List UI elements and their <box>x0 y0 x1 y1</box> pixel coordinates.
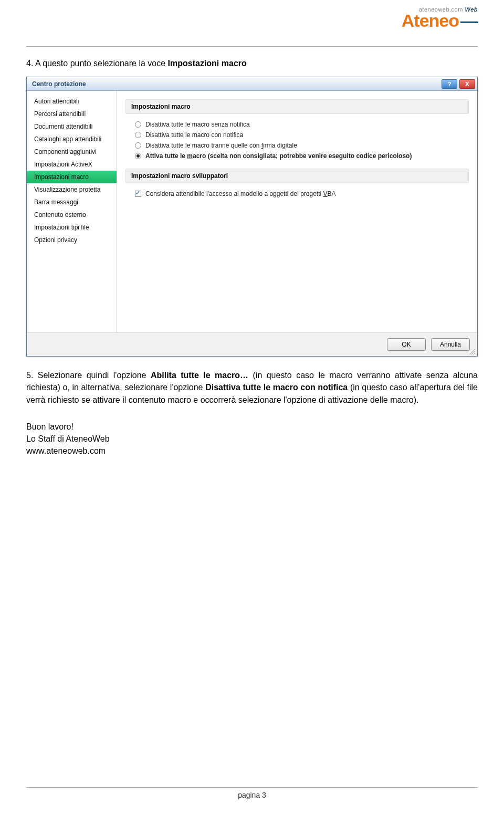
sidebar-item-label: Impostazioni macro <box>34 173 89 181</box>
step-5-bold2: Disattiva tutte le macro con notifica <box>205 383 348 392</box>
dialog-footer: OK Annulla <box>27 332 477 356</box>
sidebar-item-catalogs[interactable]: Cataloghi app attendibili <box>27 133 117 145</box>
ok-button[interactable]: OK <box>387 338 426 351</box>
step-4: 4. A questo punto selezionare la voce Im… <box>26 57 478 69</box>
button-label: OK <box>402 341 411 348</box>
resize-grip-icon[interactable] <box>469 348 475 354</box>
cancel-button[interactable]: Annulla <box>431 338 470 351</box>
sidebar-item-activex[interactable]: Impostazioni ActiveX <box>27 158 117 171</box>
sidebar-item-external[interactable]: Contenuto esterno <box>27 208 117 221</box>
checkbox-label: Considera attendibile l'accesso al model… <box>145 190 336 197</box>
sidebar-item-label: Documenti attendibili <box>34 123 92 130</box>
radio-icon <box>135 153 141 159</box>
radio-label: Disattiva tutte le macro senza notifica <box>145 121 250 128</box>
dialog-title: Centro protezione <box>32 80 86 88</box>
sidebar-item-documents[interactable]: Documenti attendibili <box>27 120 117 133</box>
sidebar-item-label: Contenuto esterno <box>34 211 86 218</box>
logo-word: Ateneo <box>402 11 459 30</box>
signoff-3: www.ateneoweb.com <box>26 446 106 455</box>
trust-center-dialog: Centro protezione ? X Autori attendibili… <box>26 77 478 357</box>
sidebar-item-label: Barra messaggi <box>34 198 78 206</box>
logo-dash: — <box>459 11 478 30</box>
radio-enable-all[interactable]: Attiva tutte le macro (scelta non consig… <box>125 151 469 161</box>
sidebar-item-label: Percorsi attendibili <box>34 110 86 118</box>
section-developer-macro: Impostazioni macro sviluppatori <box>125 169 469 183</box>
step-5-bold1: Abilita tutte le macro… <box>151 371 248 380</box>
sidebar-item-paths[interactable]: Percorsi attendibili <box>27 108 117 120</box>
sidebar-item-privacy[interactable]: Opzioni privacy <box>27 234 117 246</box>
button-label: Annulla <box>440 341 461 348</box>
radio-icon <box>135 121 141 128</box>
page-header: ateneoweb.com Web Ateneo— <box>26 9 478 46</box>
logo: ateneoweb.com Web Ateneo— <box>402 6 478 29</box>
page-footer: pagina 3 <box>26 787 478 799</box>
sidebar-item-msgbar[interactable]: Barra messaggi <box>27 196 117 208</box>
sidebar-item-label: Componenti aggiuntivi <box>34 148 97 155</box>
sidebar-item-filetypes[interactable]: Impostazioni tipi file <box>27 221 117 234</box>
radio-label: Attiva tutte le macro (scelta non consig… <box>145 152 412 160</box>
step-5: 5. Selezionare quindi l'opzione Abilita … <box>26 369 478 406</box>
content-pane: Impostazioni macro Disattiva tutte le ma… <box>117 91 477 332</box>
sidebar-item-label: Cataloghi app attendibili <box>34 135 101 143</box>
radio-label: Disattiva tutte le macro tranne quelle c… <box>145 142 297 149</box>
sidebar-item-macro-settings[interactable]: Impostazioni macro <box>27 171 117 183</box>
help-icon: ? <box>448 81 452 87</box>
divider-top <box>26 46 478 47</box>
divider-bottom <box>26 787 478 788</box>
signoff: Buon lavoro! Lo Staff di AteneoWeb www.a… <box>26 421 478 457</box>
sidebar-item-label: Impostazioni tipi file <box>34 224 89 231</box>
sidebar-item-protected-view[interactable]: Visualizzazione protetta <box>27 183 117 196</box>
signoff-1: Buon lavoro! <box>26 422 74 431</box>
window-buttons: ? X <box>442 79 475 89</box>
dialog-body: Autori attendibili Percorsi attendibili … <box>27 91 477 332</box>
radio-disable-except-signed[interactable]: Disattiva tutte le macro tranne quelle c… <box>125 140 469 151</box>
radio-disable-with-notify[interactable]: Disattiva tutte le macro con notifica <box>125 130 469 140</box>
radio-disable-no-notify[interactable]: Disattiva tutte le macro senza notifica <box>125 119 469 130</box>
checkbox-trust-vba[interactable]: Considera attendibile l'accesso al model… <box>125 189 469 199</box>
radio-icon <box>135 142 141 149</box>
page-number: pagina 3 <box>26 791 478 799</box>
signoff-2: Lo Staff di AteneoWeb <box>26 434 110 443</box>
sidebar-item-label: Opzioni privacy <box>34 236 77 244</box>
titlebar: Centro protezione ? X <box>27 77 477 91</box>
close-icon: X <box>465 81 469 87</box>
sidebar-item-addins[interactable]: Componenti aggiuntivi <box>27 145 117 158</box>
step-5-a: 5. Selezionare quindi l'opzione <box>26 371 151 380</box>
close-button[interactable]: X <box>459 79 475 89</box>
sidebar-item-authors[interactable]: Autori attendibili <box>27 95 117 108</box>
step-4-text: 4. A questo punto selezionare la voce <box>26 59 168 68</box>
checkbox-icon <box>135 191 141 197</box>
radio-icon <box>135 132 141 138</box>
sidebar-item-label: Visualizzazione protetta <box>34 186 101 193</box>
sidebar-item-label: Autori attendibili <box>34 98 79 105</box>
sidebar: Autori attendibili Percorsi attendibili … <box>27 91 117 332</box>
help-button[interactable]: ? <box>442 79 457 89</box>
logo-main: Ateneo— <box>402 12 478 29</box>
radio-label: Disattiva tutte le macro con notifica <box>145 131 243 139</box>
step-4-bold: Impostazioni macro <box>168 59 247 68</box>
section-macro-settings: Impostazioni macro <box>125 99 469 114</box>
sidebar-item-label: Impostazioni ActiveX <box>34 161 92 168</box>
